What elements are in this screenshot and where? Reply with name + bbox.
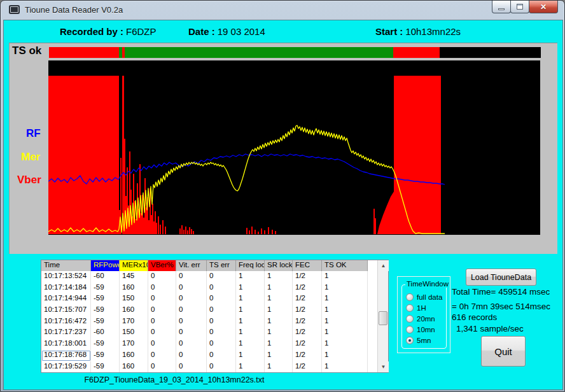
table-cell[interactable]: 1 [236,327,265,339]
radio-icon[interactable] [406,304,414,312]
table-cell[interactable]: 150 [120,327,148,339]
radio-option-1H[interactable]: 1H [406,304,426,312]
table-cell[interactable]: 0 [207,316,236,328]
column-header-fec[interactable]: FEC [293,260,322,271]
table-cell[interactable]: 1 [265,293,293,305]
table-cell[interactable]: -59 [91,350,120,361]
table-row[interactable]: 10:17:16:472-59170000111/21 [41,316,377,328]
table-cell[interactable]: 0 [148,316,176,328]
table-row[interactable]: 10:17:17:237-60150000111/21 [41,327,377,339]
scroll-up-icon[interactable]: ▲ [378,260,389,271]
table-cell[interactable]: 10:17:14:184 [41,283,91,294]
title-bar[interactable]: Tioune Data Reader V0.2a ✕ [1,1,564,20]
table-cell[interactable]: 10:17:15:707 [41,305,91,316]
table-cell[interactable]: 0 [207,271,236,283]
table-cell[interactable]: 10:17:18:768 [41,350,91,361]
column-header-ts-ok[interactable]: TS OK [322,260,368,271]
table-cell[interactable]: 0 [148,361,176,373]
radio-option-20mn[interactable]: 20mn [406,314,435,323]
table-row[interactable]: 10:17:19:529-59160000111/21 [41,361,377,373]
table-cell[interactable]: 0 [207,283,236,294]
table-cell[interactable]: 1 [322,350,368,361]
table-cell[interactable]: 1/2 [293,361,322,373]
table-cell[interactable]: 1 [236,339,265,350]
table-cell[interactable]: 0 [207,361,236,373]
table-cell[interactable]: 160 [120,283,148,294]
table-cell[interactable]: 0 [148,327,176,339]
table-row[interactable]: 10:17:14:184-59160000111/21 [41,283,377,294]
table-cell[interactable]: 1 [322,271,368,283]
table-cell[interactable]: 1 [322,316,368,328]
column-header-merx10[interactable]: MERx10 [120,260,148,271]
table-cell[interactable]: 1 [265,305,293,316]
table-cell[interactable]: 10:17:16:472 [41,316,91,328]
table-cell[interactable]: 1/2 [293,339,322,350]
table-cell[interactable]: 1/2 [293,283,322,294]
table-cell[interactable]: 1 [236,316,265,328]
table-cell[interactable]: 1 [265,339,293,350]
table-cell[interactable]: 1 [322,283,368,294]
scroll-down-icon[interactable]: ▼ [378,361,389,372]
table-cell[interactable]: 1 [236,293,265,305]
table-cell[interactable]: 0 [176,339,207,350]
column-header-ts-err[interactable]: TS err [207,260,236,271]
table-cell[interactable]: 1/2 [293,350,322,361]
table-cell[interactable]: 0 [176,316,207,328]
column-header-vber-[interactable]: VBer% [148,260,176,271]
radio-icon[interactable] [406,293,414,301]
table-cell[interactable]: 0 [148,283,176,294]
table-row[interactable]: 10:17:15:707-59160000111/21 [41,305,377,316]
table-cell[interactable]: 1 [322,293,368,305]
table-cell[interactable]: 1 [236,283,265,294]
table-cell[interactable]: 10:17:19:529 [41,361,91,373]
table-cell[interactable]: 0 [207,327,236,339]
table-scrollbar[interactable]: ▲ ▼ [377,260,388,372]
table-cell[interactable]: -59 [91,293,120,305]
table-cell[interactable]: -59 [91,339,120,350]
column-header-sr-lock[interactable]: SR lock [265,260,293,271]
table-cell[interactable]: 0 [207,293,236,305]
table-cell[interactable]: 0 [176,271,207,283]
table-cell[interactable]: 1 [265,350,293,361]
column-header-time[interactable]: Time [41,260,91,271]
table-cell[interactable]: 1 [265,327,293,339]
table-cell[interactable]: 1 [265,271,293,283]
table-cell[interactable]: 0 [148,293,176,305]
table-cell[interactable]: 0 [176,293,207,305]
table-cell[interactable]: 0 [176,350,207,361]
table-cell[interactable]: 0 [148,305,176,316]
table-cell[interactable]: 0 [176,327,207,339]
table-cell[interactable]: 0 [207,350,236,361]
table-cell[interactable]: 0 [148,350,176,361]
table-cell[interactable]: 10:17:14:944 [41,293,91,305]
table-cell[interactable]: 1/2 [293,316,322,328]
table-cell[interactable]: 170 [120,316,148,328]
table-row[interactable]: 10:17:14:944-59150000111/21 [41,293,377,305]
table-cell[interactable]: 10:17:13:524 [41,271,91,283]
table-cell[interactable]: 160 [120,350,148,361]
table-cell[interactable]: 0 [176,361,207,373]
table-cell[interactable]: 1/2 [293,305,322,316]
table-cell[interactable]: -59 [91,305,120,316]
radio-icon[interactable] [406,326,414,333]
table-cell[interactable]: 145 [120,271,148,283]
table-cell[interactable]: 1 [322,339,368,350]
maximize-button[interactable] [510,1,529,13]
radio-option-5mn[interactable]: 5mn [406,336,431,345]
column-header-vit-err[interactable]: Vit. err [176,260,207,271]
radio-icon[interactable] [406,337,414,344]
table-cell[interactable]: 160 [120,361,148,373]
table-cell[interactable]: 1 [265,283,293,294]
table-cell[interactable]: 1 [236,305,265,316]
radio-option-10mn[interactable]: 10mn [406,325,435,334]
table-row[interactable]: 10:17:18:768-59160000111/21 [41,350,377,361]
table-cell[interactable]: 150 [120,293,148,305]
table-cell[interactable]: 0 [207,305,236,316]
table-row[interactable]: 10:17:13:524-60145000111/21 [41,271,377,283]
table-cell[interactable]: 1/2 [293,293,322,305]
table-cell[interactable]: 1 [236,271,265,283]
table-cell[interactable]: -60 [91,327,120,339]
close-button[interactable]: ✕ [529,1,558,13]
table-cell[interactable]: -59 [91,283,120,294]
table-cell[interactable]: 1 [236,350,265,361]
